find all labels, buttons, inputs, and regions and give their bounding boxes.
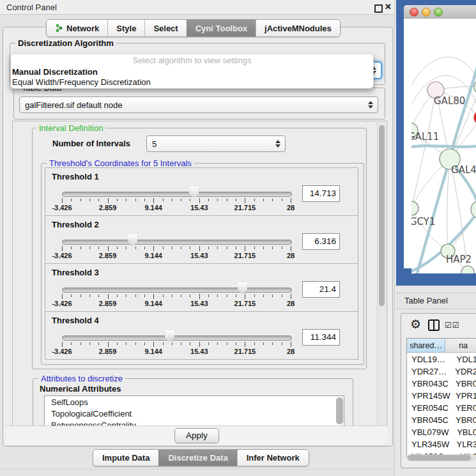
attribute-item[interactable]: TopologicalCoefficient	[45, 408, 344, 419]
slider-track[interactable]	[62, 240, 292, 245]
tick-mark	[272, 199, 273, 201]
slider-track[interactable]	[62, 192, 292, 197]
dropdown-option[interactable]: Equal Width/Frequency Discretization	[12, 77, 370, 88]
columns-icon[interactable]	[428, 319, 440, 331]
dropdown-option[interactable]: Manual Discretization	[12, 67, 370, 77]
tick-mark	[199, 294, 200, 299]
network-window-titlebar[interactable]	[404, 5, 476, 19]
tick-label: -3.426	[52, 204, 72, 211]
table-row[interactable]: YPR145WYPR1	[407, 390, 476, 402]
close-icon[interactable]: ✕	[385, 2, 392, 12]
tick-mark	[245, 342, 245, 347]
tab-impute-data[interactable]: Impute Data	[93, 450, 158, 466]
tick-label: 2.859	[99, 300, 117, 307]
tick-label: -3.426	[52, 252, 72, 259]
tick-mark	[282, 295, 282, 297]
tab-label: Impute Data	[102, 453, 150, 463]
close-traffic-light-icon[interactable]	[410, 8, 418, 17]
table-header-row: shared… na	[407, 339, 476, 353]
network-canvas[interactable]: GAL80 GA C GAL11 GAL4 GCY1 H HAP2	[411, 23, 476, 273]
network-graph: GAL80 GA C GAL11 GAL4 GCY1 H HAP2	[411, 23, 476, 273]
slider-thumb[interactable]	[165, 330, 174, 342]
float-window-icon[interactable]	[374, 4, 383, 13]
tick-mark	[245, 198, 245, 203]
apply-button[interactable]: Apply	[174, 428, 219, 443]
tick-mark	[81, 342, 81, 345]
gear-icon[interactable]: ⚙	[410, 318, 421, 332]
numerical-attributes-list[interactable]: SelfLoopsTopologicalCoefficientBetweenne…	[44, 395, 344, 428]
list-scrollbar-thumb[interactable]	[336, 397, 343, 424]
slider-track[interactable]	[62, 288, 292, 293]
tab-jactivemnodules[interactable]: jActiveMNodules	[256, 20, 340, 36]
tick-mark	[81, 247, 81, 249]
tick-mark	[81, 199, 81, 201]
tab-infer-network[interactable]: Infer Network	[237, 450, 309, 466]
combo-arrows-icon	[368, 101, 373, 109]
tab-discretize-data[interactable]: Discretize Data	[158, 450, 236, 466]
zoom-traffic-light-icon[interactable]	[434, 8, 443, 17]
table-hscrollbar[interactable]	[407, 454, 476, 461]
minimize-traffic-light-icon[interactable]	[422, 8, 431, 17]
table-row[interactable]: YBR045CYBR0	[407, 414, 476, 426]
attribute-item[interactable]: SelfLoops	[45, 396, 344, 408]
tab-label: jActiveMNodules	[265, 24, 332, 33]
tick-mark	[71, 342, 72, 345]
cell-shared-name: YLR345W	[407, 438, 452, 450]
table-row[interactable]: YLR345WYLR3	[407, 438, 476, 450]
column-header-shared-name[interactable]: shared…	[407, 339, 445, 353]
tab-select[interactable]: Select	[144, 20, 186, 36]
table-row[interactable]: YBL079WYBL0	[407, 426, 476, 438]
cell-name: YDL1	[452, 353, 476, 365]
tick-mark	[62, 198, 63, 203]
tick-mark	[254, 247, 255, 249]
thresholds-group: Threshold's Coordinates for 5 Intervals …	[41, 163, 364, 365]
threshold-value-field[interactable]: 11.344	[302, 329, 340, 346]
tick-mark	[126, 295, 127, 297]
tick-mark	[263, 247, 264, 249]
table-data-group: Table Data galFiltered.sif default node	[13, 88, 385, 119]
slider-thumb[interactable]	[238, 282, 247, 295]
table-row[interactable]: YBR043CYBR0	[407, 378, 476, 390]
tick-mark	[144, 247, 145, 249]
node-label: GAL11	[411, 131, 439, 142]
tick-mark	[135, 295, 136, 297]
scrollbar-thumb[interactable]	[408, 455, 471, 461]
settings-scrollbar[interactable]	[377, 122, 386, 426]
tick-label: 9.144	[144, 204, 162, 211]
slider-thumb[interactable]	[189, 187, 199, 199]
threshold-value-field[interactable]: 6.316	[302, 233, 340, 250]
threshold-value-field[interactable]: 14.713	[302, 185, 340, 202]
tick-label: 28	[287, 252, 295, 259]
column-header-name[interactable]: na	[445, 339, 476, 353]
tick-mark	[236, 342, 236, 345]
threshold-panel: Threshold 2 6.316 -3.4262.8599.14415.432…	[45, 215, 358, 264]
tick-mark	[190, 295, 190, 297]
control-panel-window: Control Panel ✕ Discretization Algorithm…	[0, 0, 395, 476]
tab-cyni-toolbox[interactable]: Cyni Toolbox	[187, 20, 256, 36]
tab-network[interactable]: Network	[47, 20, 107, 36]
tick-label: 15.43	[190, 300, 208, 307]
tick-mark	[282, 199, 282, 201]
scrollbar-thumb[interactable]	[379, 125, 385, 306]
tab-style[interactable]: Style	[107, 20, 144, 36]
tick-mark	[126, 342, 127, 345]
cell-shared-name: YDR27…	[407, 365, 451, 378]
tick-mark	[98, 342, 99, 345]
tab-label: Discretize Data	[168, 453, 227, 463]
checkbox-icons[interactable]: ☑☑	[445, 321, 460, 330]
slider-track[interactable]	[62, 335, 292, 341]
tick-label: 15.43	[190, 348, 208, 355]
table-row[interactable]: YER054CYER0	[407, 402, 476, 414]
tick-mark	[217, 247, 218, 249]
slider-thumb[interactable]	[128, 234, 137, 247]
number-of-intervals-select[interactable]: 5	[146, 135, 286, 152]
combo-arrows-icon	[275, 140, 280, 148]
node-table: shared… na YDL19…YDL1YDR27…YDR2YBR043CYB…	[406, 338, 476, 457]
tab-label: Style	[116, 24, 136, 33]
tick-mark	[208, 199, 209, 201]
threshold-value-field[interactable]: 21.4	[302, 281, 340, 298]
table-row[interactable]: YDL19…YDL1	[407, 353, 476, 365]
tick-mark	[181, 199, 181, 201]
table-row[interactable]: YDR27…YDR2	[407, 365, 476, 378]
table-data-select[interactable]: galFiltered.sif default node	[19, 96, 378, 113]
